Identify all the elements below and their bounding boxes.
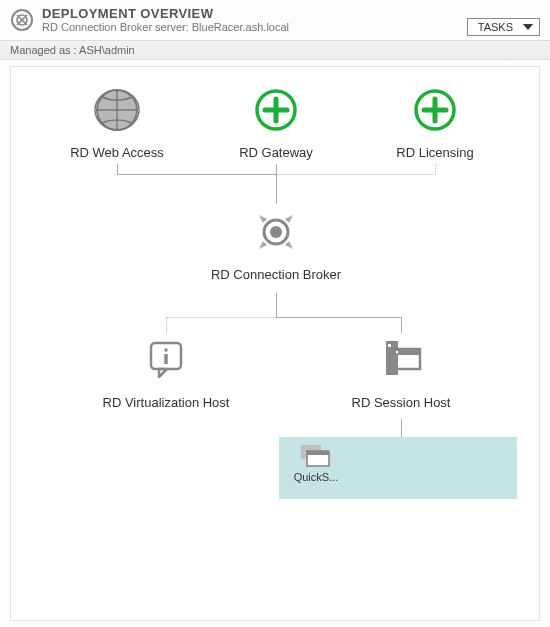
node-rd-session-host[interactable]: RD Session Host bbox=[326, 335, 476, 410]
node-label: RD Gateway bbox=[201, 145, 351, 160]
server-windows-icon bbox=[376, 335, 426, 385]
connector-line bbox=[166, 317, 276, 318]
node-label: RD Web Access bbox=[42, 145, 192, 160]
collection-item-label: QuickS... bbox=[289, 471, 343, 483]
svg-point-12 bbox=[164, 348, 168, 352]
plus-circle-icon bbox=[410, 85, 460, 135]
connector-line bbox=[166, 317, 167, 333]
deployment-overview-panel: DEPLOYMENT OVERVIEW RD Connection Broker… bbox=[0, 0, 550, 627]
connector-line bbox=[276, 174, 277, 204]
node-rd-web-access[interactable]: RD Web Access bbox=[42, 85, 192, 160]
window-stack-icon bbox=[301, 445, 331, 467]
svg-rect-15 bbox=[388, 344, 391, 347]
node-rd-gateway[interactable]: RD Gateway bbox=[201, 85, 351, 160]
chevron-down-icon bbox=[523, 24, 533, 30]
svg-point-10 bbox=[270, 226, 282, 238]
managed-as-bar: Managed as : ASH\admin bbox=[0, 40, 550, 60]
plus-circle-icon bbox=[251, 85, 301, 135]
panel-header: DEPLOYMENT OVERVIEW RD Connection Broker… bbox=[0, 0, 550, 40]
connector-line bbox=[401, 317, 402, 333]
svg-rect-13 bbox=[164, 354, 167, 364]
node-label: RD Session Host bbox=[326, 395, 476, 410]
connector-line bbox=[117, 174, 276, 175]
node-rd-virtualization-host[interactable]: RD Virtualization Host bbox=[86, 335, 246, 410]
panel-subtitle: RD Connection Broker server: BlueRacer.a… bbox=[42, 21, 467, 33]
tasks-label: TASKS bbox=[478, 21, 513, 33]
info-balloon-icon bbox=[141, 335, 191, 385]
globe-icon bbox=[92, 85, 142, 135]
broker-icon bbox=[251, 207, 301, 257]
svg-rect-18 bbox=[396, 351, 398, 353]
node-rd-connection-broker[interactable]: RD Connection Broker bbox=[191, 207, 361, 282]
node-label: RD Virtualization Host bbox=[86, 395, 246, 410]
svg-rect-21 bbox=[307, 451, 329, 455]
deployment-diagram: RD Web Access RD Gateway RD Licensin bbox=[10, 66, 540, 621]
tasks-dropdown[interactable]: TASKS bbox=[467, 18, 540, 36]
connector-line bbox=[276, 317, 401, 318]
connector-line bbox=[117, 164, 118, 175]
node-label: RD Connection Broker bbox=[191, 267, 361, 282]
panel-title: DEPLOYMENT OVERVIEW bbox=[42, 6, 467, 21]
node-rd-licensing[interactable]: RD Licensing bbox=[360, 85, 510, 160]
node-label: RD Licensing bbox=[360, 145, 510, 160]
collection-item[interactable]: QuickS... bbox=[289, 445, 343, 483]
connector-line bbox=[401, 419, 402, 437]
connector-line bbox=[276, 174, 436, 175]
connector-line bbox=[276, 293, 277, 318]
overview-icon bbox=[10, 8, 34, 32]
connector-line bbox=[435, 164, 436, 175]
session-collection-area: QuickS... bbox=[279, 437, 517, 499]
